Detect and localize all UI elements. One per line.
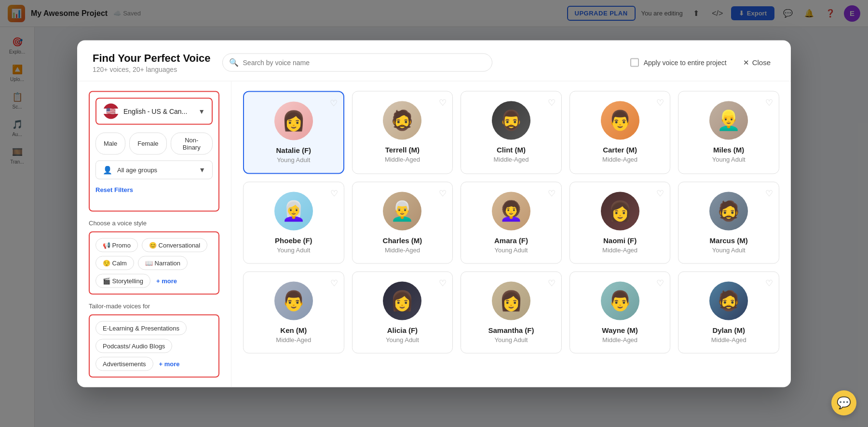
more-styles-button[interactable]: + more [154, 274, 179, 288]
favorite-button[interactable]: ♡ [765, 188, 773, 198]
voice-card-amara--f-[interactable]: 👩‍🦱Amara (F)Young Adult♡ [461, 181, 562, 263]
language-chevron-icon: ▼ [198, 107, 205, 115]
apply-voice-checkbox[interactable] [630, 58, 639, 67]
favorite-button[interactable]: ♡ [330, 277, 338, 288]
voice-avatar: 👩‍🦳 [274, 192, 313, 230]
voice-name: Alicia (F) [387, 326, 418, 334]
voice-card-alicia--f-[interactable]: 👩Alicia (F)Young Adult♡ [352, 271, 453, 353]
tailor-section-label: Tailor-made voices for [89, 302, 219, 309]
voice-name: Natalie (F) [276, 146, 312, 154]
gender-female-button[interactable]: Female [129, 132, 166, 154]
style-storytelling-chip[interactable]: 🎬 Storytelling [95, 274, 150, 288]
reset-filters-button[interactable]: Reset Filters [95, 186, 133, 195]
tailor-ads-chip[interactable]: Advertisements [95, 357, 153, 371]
language-text: English - US & Can... [123, 107, 193, 115]
favorite-button[interactable]: ♡ [439, 277, 447, 288]
voice-card-phoebe--f-[interactable]: 👩‍🦳Phoebe (F)Young Adult♡ [243, 181, 344, 263]
favorite-button[interactable]: ♡ [439, 188, 447, 198]
voice-age: Young Adult [495, 246, 528, 253]
voice-card-terrell--m-[interactable]: 🧔Terrell (M)Middle-Aged♡ [352, 91, 453, 174]
voice-avatar: 🧔 [383, 101, 421, 139]
voice-card-clint--m-[interactable]: 🧔‍♂️Clint (M)Middle-Aged♡ [461, 91, 562, 174]
voice-card-miles--m-[interactable]: 👱‍♂️Miles (M)Young Adult♡ [678, 91, 779, 174]
search-icon: 🔍 [229, 58, 239, 67]
close-icon: ✕ [743, 58, 749, 67]
modal-title: Find Your Perfect Voice [93, 52, 211, 64]
voice-avatar: 👩 [492, 281, 530, 320]
favorite-button[interactable]: ♡ [656, 188, 664, 198]
voice-name: Marcus (M) [710, 236, 748, 244]
modal-header: Find Your Perfect Voice 120+ voices, 20+… [77, 40, 791, 81]
person-icon: 👤 [103, 165, 112, 174]
favorite-button[interactable]: ♡ [439, 97, 447, 108]
voice-age: Middle-Aged [602, 336, 637, 343]
voice-card-samantha--f-[interactable]: 👩Samantha (F)Young Adult♡ [461, 271, 562, 353]
age-chevron-icon: ▼ [199, 166, 205, 174]
age-group-selector[interactable]: 👤 All age groups ▼ [95, 160, 213, 179]
voice-age: Young Adult [712, 246, 746, 253]
voice-name: Terrell (M) [385, 145, 420, 153]
voice-card-natalie--f-[interactable]: 👩Natalie (F)Young Adult♡ [243, 91, 344, 174]
gender-nonbinary-button[interactable]: Non-Binary [171, 132, 213, 154]
voice-age: Young Adult [495, 336, 528, 343]
tailor-chips: E-Learning & Presentations Podcasts/ Aud… [89, 314, 219, 377]
style-promo-chip[interactable]: 📢 Promo [95, 238, 138, 252]
voice-card-ken--m-[interactable]: 👨Ken (M)Middle-Aged♡ [243, 271, 344, 353]
voice-name: Phoebe (F) [275, 236, 312, 244]
voice-age: Middle-Aged [602, 246, 637, 253]
voice-grid: 👩Natalie (F)Young Adult♡🧔Terrell (M)Midd… [243, 91, 779, 353]
favorite-button[interactable]: ♡ [548, 97, 556, 108]
favorite-button[interactable]: ♡ [656, 97, 664, 108]
voice-card-dylan--m-[interactable]: 🧔Dylan (M)Middle-Aged♡ [678, 271, 779, 353]
voice-card-naomi--f-[interactable]: 👩Naomi (F)Middle-Aged♡ [570, 181, 671, 263]
close-button[interactable]: ✕ Close [738, 55, 775, 69]
favorite-button[interactable]: ♡ [656, 277, 664, 288]
chat-bubble-button[interactable]: 💬 [831, 390, 856, 415]
voice-avatar: 👩 [274, 101, 313, 140]
tailor-podcasts-chip[interactable]: Podcasts/ Audio Blogs [95, 339, 172, 353]
favorite-button[interactable]: ♡ [548, 188, 556, 198]
voice-age: Middle-Aged [493, 155, 529, 163]
favorite-button[interactable]: ♡ [548, 277, 556, 288]
apply-voice-label: Apply voice to entire project [644, 58, 727, 66]
age-group-text: All age groups [117, 166, 194, 173]
more-tailor-button[interactable]: + more [157, 357, 182, 371]
voice-age: Middle-Aged [385, 155, 420, 163]
voice-avatar: 👩‍🦱 [492, 192, 530, 230]
voice-age: Middle-Aged [276, 336, 311, 343]
style-conversational-chip[interactable]: 😊 Conversational [142, 238, 207, 252]
voice-avatar: 👨 [274, 281, 313, 320]
gender-filters: Male Female Non-Binary [95, 132, 213, 154]
voice-name: Charles (M) [383, 236, 422, 244]
voice-name: Wayne (M) [602, 326, 637, 334]
gender-male-button[interactable]: Male [95, 132, 125, 154]
voice-card-charles--m-[interactable]: 👨‍🦳Charles (M)Middle-Aged♡ [352, 181, 453, 263]
voice-card-wayne--m-[interactable]: 👨Wayne (M)Middle-Aged♡ [570, 271, 671, 353]
voice-style-section-label: Choose a voice style [89, 219, 219, 226]
favorite-button[interactable]: ♡ [765, 277, 773, 288]
voice-age: Young Adult [277, 156, 310, 163]
voice-modal: Find Your Perfect Voice 120+ voices, 20+… [77, 40, 791, 387]
voice-name: Dylan (M) [712, 326, 745, 334]
voice-name: Naomi (F) [603, 236, 637, 244]
modal-body: 🇺🇸 English - US & Can... ▼ Male Female N… [77, 81, 791, 387]
voice-card-carter--m-[interactable]: 👨Carter (M)Middle-Aged♡ [570, 91, 671, 174]
voice-card-marcus--m-[interactable]: 🧔Marcus (M)Young Adult♡ [678, 181, 779, 263]
search-input[interactable] [222, 53, 492, 71]
voice-avatar: 👩 [601, 192, 639, 230]
modal-title-block: Find Your Perfect Voice 120+ voices, 20+… [93, 52, 211, 73]
favorite-button[interactable]: ♡ [330, 188, 338, 198]
voice-avatar: 🧔 [709, 192, 748, 230]
voice-age: Middle-Aged [711, 336, 746, 343]
language-selector[interactable]: 🇺🇸 English - US & Can... ▼ [95, 97, 213, 124]
favorite-button[interactable]: ♡ [765, 97, 773, 108]
tailor-elearning-chip[interactable]: E-Learning & Presentations [95, 321, 187, 335]
style-calm-chip[interactable]: 😌 Calm [95, 256, 134, 270]
voice-name: Ken (M) [280, 326, 307, 334]
left-panel: 🇺🇸 English - US & Can... ▼ Male Female N… [77, 81, 231, 387]
voice-age: Young Adult [277, 246, 310, 253]
style-narration-chip[interactable]: 📖 Narration [138, 256, 188, 270]
voice-name: Clint (M) [497, 145, 526, 153]
voice-age: Young Adult [712, 155, 746, 163]
favorite-button[interactable]: ♡ [330, 97, 338, 108]
